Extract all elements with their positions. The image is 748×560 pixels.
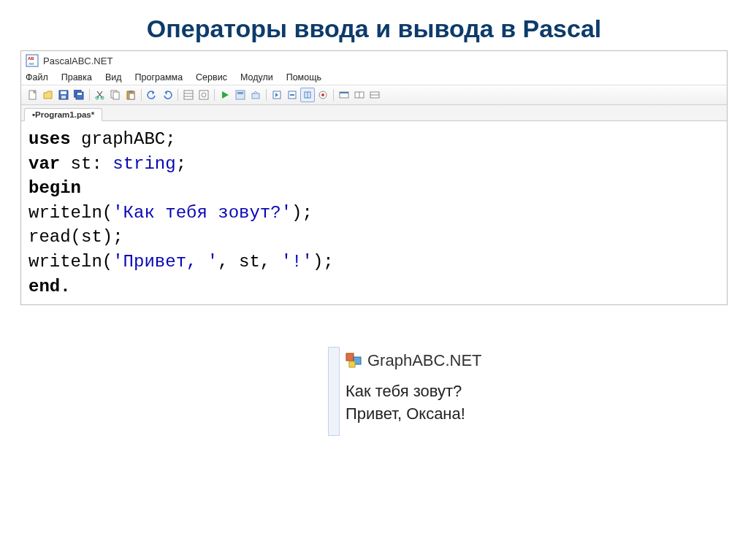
svg-rect-36: [346, 353, 354, 361]
output-line-1: Как тебя зовут?: [346, 380, 638, 403]
paste-icon[interactable]: [123, 88, 138, 102]
svg-rect-23: [237, 92, 243, 94]
code-line-6: writeln('Привет, ', st, '!');: [28, 250, 720, 275]
view2-icon[interactable]: [352, 88, 367, 102]
compile-icon[interactable]: [233, 88, 248, 102]
tab-program1[interactable]: •Program1.pas*: [24, 108, 102, 121]
ide-window: AB .net PascalABC.NET Файл Правка Вид Пр…: [20, 50, 728, 305]
menubar: Файл Правка Вид Программа Сервис Модули …: [21, 70, 727, 85]
app-title: PascalABC.NET: [43, 55, 112, 66]
save-icon[interactable]: [56, 88, 71, 102]
svg-rect-17: [184, 91, 193, 99]
toolbar: [21, 85, 727, 105]
output-title: GraphABC.NET: [367, 351, 482, 370]
tools-icon[interactable]: [196, 88, 211, 102]
redo-icon[interactable]: [160, 88, 175, 102]
svg-rect-24: [252, 93, 259, 99]
svg-rect-9: [77, 93, 82, 95]
undo-icon[interactable]: [145, 88, 159, 102]
run-icon[interactable]: [218, 88, 232, 102]
output-titlebar: GraphABC.NET: [338, 347, 645, 375]
properties-icon[interactable]: [181, 88, 196, 102]
svg-rect-20: [199, 91, 208, 99]
code-line-5: read(st);: [28, 225, 720, 250]
output-app-icon: [346, 353, 362, 369]
code-line-1: uses graphABC;: [28, 127, 720, 152]
view-icon[interactable]: [337, 88, 351, 102]
build-icon[interactable]: [248, 88, 263, 102]
menu-file[interactable]: Файл: [26, 72, 48, 83]
svg-rect-31: [340, 92, 348, 93]
svg-rect-15: [129, 91, 133, 93]
svg-rect-16: [129, 93, 134, 99]
svg-rect-22: [236, 91, 245, 99]
titlebar: AB .net PascalABC.NET: [21, 51, 727, 70]
svg-text:.net: .net: [28, 61, 34, 66]
slide-title: Операторы ввода и вывода в Pascal: [0, 15, 748, 43]
view3-icon[interactable]: [367, 88, 382, 102]
breakpoint-icon[interactable]: [316, 88, 330, 102]
copy-icon[interactable]: [108, 88, 123, 102]
menu-view[interactable]: Вид: [105, 72, 122, 83]
svg-rect-6: [61, 96, 66, 99]
menu-service[interactable]: Сервис: [196, 72, 227, 83]
cut-icon[interactable]: [93, 88, 107, 102]
menu-help[interactable]: Помощь: [286, 72, 321, 83]
menu-edit[interactable]: Правка: [61, 72, 92, 83]
svg-rect-38: [349, 361, 355, 367]
output-window: GraphABC.NET Как тебя зовут? Привет, Окс…: [336, 347, 645, 431]
code-line-7: end.: [28, 275, 720, 299]
app-icon: AB .net: [26, 54, 39, 67]
save-all-icon[interactable]: [72, 88, 86, 102]
svg-rect-5: [61, 91, 66, 94]
code-line-4: writeln('Как тебя зовут?');: [28, 201, 720, 226]
tabbar: •Program1.pas*: [21, 105, 727, 121]
code-line-2: var st: string;: [28, 152, 720, 177]
menu-program[interactable]: Программа: [135, 72, 183, 83]
step-into-icon[interactable]: [270, 88, 284, 102]
svg-rect-13: [113, 92, 119, 99]
svg-text:AB: AB: [28, 56, 34, 61]
new-file-icon[interactable]: [26, 88, 40, 102]
output-body: Как тебя зовут? Привет, Оксана!: [338, 375, 645, 431]
scrollbar[interactable]: [328, 347, 340, 436]
step-out-icon[interactable]: [300, 88, 315, 102]
open-file-icon[interactable]: [41, 88, 56, 102]
menu-modules[interactable]: Модули: [240, 72, 273, 83]
code-editor[interactable]: uses graphABC; var st: string; begin wri…: [21, 121, 727, 304]
svg-point-29: [321, 93, 324, 96]
code-line-3: begin: [28, 176, 720, 201]
step-over-icon[interactable]: [285, 88, 299, 102]
output-line-2: Привет, Оксана!: [346, 403, 638, 426]
